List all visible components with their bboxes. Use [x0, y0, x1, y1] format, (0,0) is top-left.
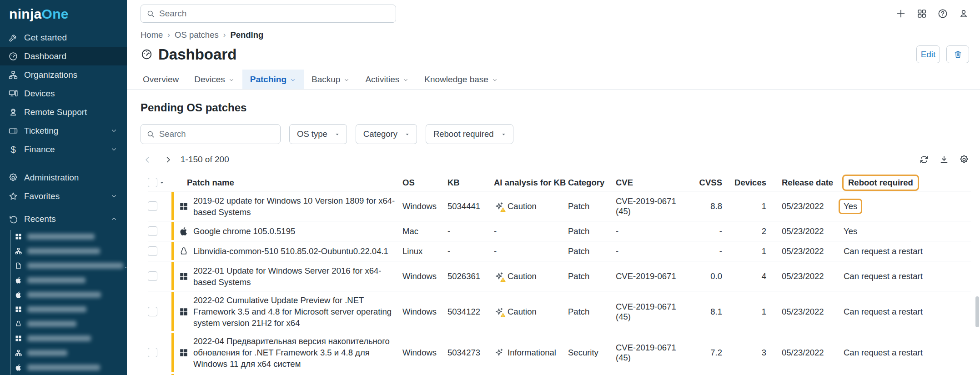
filter-os-type[interactable]: OS type — [289, 124, 347, 144]
column-header-cve[interactable]: CVE — [616, 178, 684, 188]
file-icon — [15, 262, 22, 270]
sidebar-recent-item[interactable] — [0, 244, 127, 258]
sidebar-item-ticketing[interactable]: Ticketing — [0, 121, 127, 140]
table-row[interactable]: 2022-02 Cumulative Update Preview for .N… — [148, 291, 971, 332]
chevron-down-icon — [492, 77, 498, 83]
dollar-icon: $ — [8, 145, 18, 155]
row-checkbox[interactable] — [148, 246, 157, 256]
tab-label: Knowledge base — [424, 75, 488, 85]
pagination-prev-icon[interactable] — [142, 155, 153, 165]
table-row[interactable]: 2019-02 update for Windows 10 Version 18… — [148, 191, 971, 221]
global-search[interactable] — [141, 5, 396, 23]
column-header-reboot[interactable]: Reboot required — [840, 175, 935, 191]
select-menu-caret-icon[interactable] — [159, 180, 165, 186]
reboot-required-value: Yes — [844, 226, 857, 236]
select-all-checkbox[interactable] — [148, 178, 157, 187]
tab-label: Backup — [312, 75, 340, 85]
patch-name: 2022-01 Update for Windows Server 2016 f… — [193, 265, 402, 288]
sidebar-item-organizations[interactable]: Organizations — [0, 65, 127, 84]
blurred-label — [27, 365, 100, 370]
table-row[interactable]: 2022-01 Update for Windows Server 2016 f… — [148, 261, 971, 291]
tab-label: Overview — [143, 75, 179, 85]
column-header-cvss[interactable]: CVSS — [684, 178, 722, 188]
ai-analysis-cell: Caution — [494, 191, 568, 221]
sidebar-recent-item[interactable] — [0, 273, 127, 287]
sidebar-item-favorites[interactable]: Favorites — [0, 187, 127, 205]
table-search-input[interactable] — [159, 129, 275, 139]
sidebar-item-label: Finance — [24, 145, 55, 155]
table-row[interactable]: Google chrome 105.0.5195Mac--Patch--205/… — [148, 221, 971, 241]
column-header-category[interactable]: Category — [568, 178, 616, 188]
sidebar-recent-item[interactable] — [0, 345, 127, 360]
sidebar-item-recents[interactable]: Recents — [0, 210, 127, 228]
help-icon[interactable] — [937, 8, 948, 19]
tab-label: Activities — [365, 75, 399, 85]
tab-activities[interactable]: Activities — [357, 70, 417, 89]
reboot-required-value: Can request a restart — [844, 348, 923, 358]
settings-icon[interactable] — [959, 155, 969, 165]
sidebar-item-remote-support[interactable]: Remote Support — [0, 103, 127, 121]
pagination-next-icon[interactable] — [163, 155, 173, 165]
refresh-icon[interactable] — [919, 155, 929, 165]
row-checkbox[interactable] — [148, 271, 157, 281]
tab-patching[interactable]: Patching — [242, 70, 304, 89]
table-search[interactable] — [141, 124, 281, 144]
sidebar-recent-item[interactable] — [0, 229, 127, 244]
ninjaone-logo[interactable]: ninjaOne — [0, 0, 127, 22]
apps-icon[interactable] — [916, 8, 927, 19]
tab-overview[interactable]: Overview — [135, 70, 186, 89]
delete-button[interactable] — [946, 45, 969, 63]
breadcrumb-separator: › — [167, 30, 170, 40]
blurred-label — [27, 292, 101, 298]
sidebar-recent-item[interactable] — [0, 302, 127, 316]
sidebar-item-finance[interactable]: $Finance — [0, 140, 127, 159]
table-row[interactable]: Libnvidia-common-510 510.85.02-Oubuntu0.… — [148, 241, 971, 261]
plus-icon[interactable] — [895, 8, 906, 19]
devices-icon — [8, 89, 18, 99]
row-checkbox[interactable] — [148, 307, 157, 316]
filter-category[interactable]: Category — [356, 124, 417, 144]
download-icon[interactable] — [939, 155, 949, 165]
sidebar-recent-item[interactable] — [0, 316, 127, 331]
column-header-release[interactable]: Release date — [766, 178, 840, 188]
column-header-kb[interactable]: KB — [447, 178, 494, 188]
caret-down-icon — [500, 131, 507, 138]
tab-backup[interactable]: Backup — [304, 70, 357, 89]
patch-name-cell: 2022-02 Cumulative Update Preview for .N… — [171, 291, 402, 332]
table-row[interactable]: 2022-04 Предварительная версия накопител… — [148, 332, 971, 373]
edit-button[interactable]: Edit — [916, 45, 940, 63]
patch-name-cell: Libnvidia-common-510 510.85.02-Oubuntu0.… — [171, 241, 402, 261]
row-checkbox[interactable] — [148, 226, 157, 236]
vertical-scrollbar-thumb[interactable] — [975, 296, 979, 327]
column-header-os[interactable]: OS — [402, 178, 447, 188]
sidebar-item-devices[interactable]: Devices — [0, 84, 127, 103]
user-icon[interactable] — [958, 8, 969, 19]
row-checkbox[interactable] — [148, 201, 157, 211]
sidebar-recent-item[interactable]: . — [0, 258, 127, 273]
tab-devices[interactable]: Devices — [186, 70, 242, 89]
sidebar-recent-item[interactable] — [0, 360, 127, 375]
sidebar-item-get-started[interactable]: Get started — [0, 28, 127, 47]
chevron-up-icon — [110, 215, 118, 223]
row-checkbox[interactable] — [148, 348, 157, 357]
column-header-name[interactable]: Patch name — [171, 178, 402, 188]
sidebar-item-label: Devices — [24, 89, 55, 99]
tab-knowledge-base[interactable]: Knowledge base — [417, 70, 506, 89]
sidebar-recent-item[interactable] — [0, 287, 127, 302]
sidebar-recent-item[interactable] — [0, 331, 127, 345]
breadcrumb-item-home[interactable]: Home — [141, 30, 163, 40]
windows-logo-icon — [179, 348, 189, 358]
chevron-down-icon — [110, 192, 118, 200]
filter-reboot-required[interactable]: Reboot required — [426, 124, 513, 144]
ai-analysis-label: Caution — [508, 271, 537, 281]
column-header-ai[interactable]: AI analysis for KB — [494, 178, 568, 188]
sidebar-item-dashboard[interactable]: Dashboard — [0, 47, 127, 65]
global-search-input[interactable] — [159, 9, 390, 19]
reboot-required-value: Can request a restart — [844, 271, 923, 281]
row-select-cell — [148, 241, 171, 261]
sidebar-item-administration[interactable]: Administration — [0, 168, 127, 187]
breadcrumb-item-os-patches[interactable]: OS patches — [175, 30, 219, 40]
column-header-devices[interactable]: Devices — [722, 178, 766, 188]
reboot-required-cell: Can request a restart — [840, 332, 935, 373]
release-cell: 05/23/2022 — [766, 221, 840, 241]
